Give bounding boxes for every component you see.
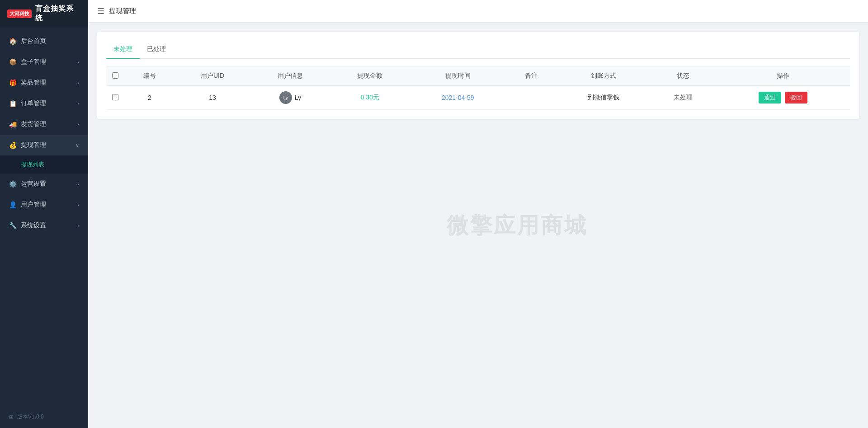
sidebar-item-system[interactable]: 🔧 系统设置 ›: [0, 215, 88, 236]
tab-pending[interactable]: 未处理: [106, 41, 140, 59]
reject-button[interactable]: 驳回: [785, 92, 807, 103]
sidebar-item-home-label: 后台首页: [21, 37, 46, 45]
sidebar-item-withdraw-label: 提现管理: [21, 141, 46, 149]
home-icon: 🏠: [9, 38, 16, 45]
sidebar-logo: 大河科技 盲盒抽奖系统: [0, 0, 88, 27]
version-icon: ⊞: [9, 414, 14, 420]
user-name: Ly: [295, 94, 301, 101]
table-header: 编号 用户UID 用户信息 提现金额 提现时间 备注 到账方式 状态 操作: [106, 66, 850, 86]
logo-title: 盲盒抽奖系统: [35, 4, 81, 23]
sidebar-item-shipping[interactable]: 🚚 发货管理 ›: [0, 114, 88, 135]
page-title: 提现管理: [109, 7, 136, 15]
sidebar-item-prize-label: 奖品管理: [21, 79, 46, 87]
chevron-right-icon: ›: [77, 80, 79, 85]
version-label: ⊞ 版本V1.0.0: [0, 406, 88, 428]
row-amount: 0.30元: [330, 86, 410, 110]
sidebar-item-system-label: 系统设置: [21, 221, 46, 230]
row-method: 到微信零钱: [556, 86, 651, 110]
sidebar-item-box[interactable]: 📦 盒子管理 ›: [0, 52, 88, 72]
header-amount: 提现金额: [330, 66, 410, 86]
approve-button[interactable]: 通过: [759, 92, 781, 103]
withdraw-icon: 💰: [9, 141, 16, 149]
sidebar-item-order-label: 订单管理: [21, 99, 46, 108]
row-checkbox[interactable]: [112, 94, 118, 100]
sidebar-item-users-label: 用户管理: [21, 201, 46, 209]
table-wrap: 编号 用户UID 用户信息 提现金额 提现时间 备注 到账方式 状态 操作: [106, 66, 850, 110]
header-time: 提现时间: [410, 66, 506, 86]
withdraw-table: 编号 用户UID 用户信息 提现金额 提现时间 备注 到账方式 状态 操作: [106, 66, 850, 110]
header-uid: 用户UID: [175, 66, 250, 86]
chevron-down-icon: ∨: [75, 142, 79, 148]
main-area: ☰ 提现管理 未处理 已处理 编号 用户U: [88, 0, 868, 428]
sidebar-nav: 🏠 后台首页 📦 盒子管理 › 🎁 奖品管理 › 📋 订单管理 ›: [0, 27, 88, 406]
header-method: 到账方式: [556, 66, 651, 86]
header-user-info: 用户信息: [250, 66, 330, 86]
sidebar: 大河科技 盲盒抽奖系统 🏠 后台首页 📦 盒子管理 › 🎁 奖品管理 ›: [0, 0, 88, 428]
tab-processed[interactable]: 已处理: [140, 41, 173, 59]
table-body: 2 13 Ly Ly 0.30元 2021-04-59 到微信零钱 未处理 通过…: [106, 86, 850, 110]
table-row: 2 13 Ly Ly 0.30元 2021-04-59 到微信零钱 未处理 通过…: [106, 86, 850, 110]
shipping-icon: 🚚: [9, 121, 16, 128]
topbar: ☰ 提现管理: [88, 0, 868, 23]
order-icon: 📋: [9, 100, 16, 107]
watermark: 微擎应用商城: [447, 211, 588, 240]
chevron-right-icon: ›: [77, 223, 79, 228]
withdraw-card: 未处理 已处理 编号 用户UID 用户信息 提现金额: [97, 32, 859, 119]
sidebar-item-box-label: 盒子管理: [21, 58, 46, 66]
users-icon: 👤: [9, 201, 16, 208]
chevron-right-icon: ›: [77, 202, 79, 207]
tabs: 未处理 已处理: [106, 41, 850, 59]
chevron-right-icon: ›: [77, 122, 79, 127]
row-checkbox-cell: [106, 86, 124, 110]
chevron-right-icon: ›: [77, 59, 79, 65]
header-id: 编号: [124, 66, 175, 86]
content-area: 未处理 已处理 编号 用户UID 用户信息 提现金额: [88, 23, 868, 428]
prize-icon: 🎁: [9, 79, 16, 86]
withdraw-submenu: 提现列表: [0, 155, 88, 174]
row-note: [506, 86, 556, 110]
sidebar-item-withdraw[interactable]: 💰 提现管理 ∨: [0, 135, 88, 155]
header-checkbox-cell: [106, 66, 124, 86]
row-status: 未处理: [651, 86, 716, 110]
avatar: Ly: [279, 91, 292, 104]
system-icon: 🔧: [9, 222, 16, 229]
sidebar-item-order[interactable]: 📋 订单管理 ›: [0, 93, 88, 114]
box-icon: 📦: [9, 58, 16, 66]
sidebar-item-operations-label: 运营设置: [21, 180, 46, 188]
menu-toggle-icon[interactable]: ☰: [97, 6, 104, 16]
header-note: 备注: [506, 66, 556, 86]
row-id: 2: [124, 86, 175, 110]
row-actions: 通过 驳回: [716, 86, 850, 110]
sidebar-item-users[interactable]: 👤 用户管理 ›: [0, 194, 88, 215]
chevron-right-icon: ›: [77, 101, 79, 106]
sidebar-item-operations[interactable]: ⚙️ 运营设置 ›: [0, 174, 88, 194]
sidebar-item-withdraw-list[interactable]: 提现列表: [0, 155, 88, 174]
row-uid: 13: [175, 86, 250, 110]
chevron-right-icon: ›: [77, 181, 79, 187]
operations-icon: ⚙️: [9, 180, 16, 188]
logo-badge: 大河科技: [7, 9, 32, 18]
header-actions: 操作: [716, 66, 850, 86]
select-all-checkbox[interactable]: [112, 72, 118, 79]
sidebar-item-home[interactable]: 🏠 后台首页: [0, 31, 88, 52]
header-status: 状态: [651, 66, 716, 86]
sidebar-item-shipping-label: 发货管理: [21, 120, 46, 128]
row-user-info: Ly Ly: [250, 86, 330, 110]
sidebar-item-prize[interactable]: 🎁 奖品管理 ›: [0, 72, 88, 93]
row-time: 2021-04-59: [410, 86, 506, 110]
